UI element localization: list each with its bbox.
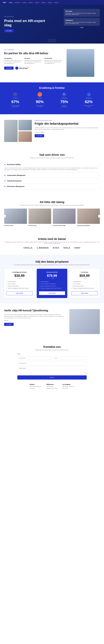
partner-col-1-text: Sample text. Click to select the text bo… [4,60,22,64]
talent-card-2: HR Sourcering [28,208,51,226]
message-input[interactable] [17,366,87,374]
pricing-feature-ent-3: ✓ Erbjuder reglementerade med extra [39,285,65,287]
hero-section: HR Uppdrag Prata med en HR-expert idag L… [0,5,104,44]
pricing-plan-name-basic: Grundläggande HR-plan [6,272,32,273]
nav-item-page2[interactable]: Page 2 [22,1,27,4]
pricing-btn-enterprise[interactable]: VÄLJ PLAN [39,291,65,295]
pricing-price-basic: $39,99 [6,274,32,278]
pricing-feature-ent-2: ✓ Välj 10 Traniningar och extra planer [39,283,65,285]
talent-img-sourcing [28,208,51,224]
benefit-item-pension: 💼 Pension 67% Erbjuder förmånligapension… [4,92,26,107]
accordion-header-1[interactable]: 01. Recruitment Staffing ⌄ [4,162,100,167]
why-content: Varför välja HR-konsult Tjänstföretag Du… [4,309,65,326]
accordion-header-4[interactable]: 04. Performance Management ⌄ [4,184,100,189]
phone-input[interactable] [17,362,87,365]
why-read-more-link[interactable]: Läs mer [4,320,65,321]
benefit-desc-pension: Erbjuder förmånligapensionsplaner [11,105,20,107]
talent-card-label-3: Innovativa HR-lösningar [53,225,76,226]
pricing-feature-pro-3: ✓ Erbjuder reglementerade [72,285,98,287]
accordion: 01. Recruitment Staffing ⌄ Answer: Lorem… [4,162,100,189]
name-input[interactable] [53,356,87,360]
benefit-icon-mentorship: 👥 [86,92,91,97]
why-read-more-button[interactable]: LÄS MER [4,323,14,326]
partner-read-more-button[interactable]: LÄS MER [4,66,14,70]
navbar: logo Home Contact Page 2 Page 3 Page 4 P… [0,0,104,5]
leadership-source-link[interactable]: Simply [41,132,44,133]
carousel-next-arrow[interactable]: › [98,215,101,218]
phone-number: (555) 622-9908 [19,68,28,69]
talent-carousel-wrapper: ‹ Executive Search HR Sourcering Innovat… [4,208,100,226]
hero-cta-button[interactable]: LÄS MER [4,29,14,32]
phone-text: Ring 24 timmar / 7 dagar (555) 622-9908 [19,67,30,69]
nav-item-page4[interactable]: Page 4 [35,1,40,4]
pricing-feature-pro-2: ✓ Välj 7 Traniningar [72,283,98,285]
accordion-chevron-4: ⌄ [99,186,100,187]
nav-item-page5[interactable]: Page 5 [42,1,46,4]
accordion-num-4: 04. [4,186,6,187]
best-text: Paragraph Lorem ipsum dolor sit amet, co… [4,242,100,244]
partner-actions: LÄS MER 📞 Ring 24 timmar / 7 dagar (555)… [4,66,62,70]
pricing-period-enterprise: Pr mig bå [39,278,65,279]
brand-sony: SONY [74,247,80,249]
phone-label: Ring 24 timmar / 7 dagar [19,67,30,68]
hero-next-arrow[interactable]: › [52,39,55,42]
hero-dot-2[interactable] [82,27,82,28]
benefit-icon-training: 📚 [38,92,42,97]
nav-item-page7[interactable]: Page 7 [54,1,58,4]
benefit-desc-recruitment: Rekryterartoppkandidater [61,105,68,107]
partner-image [66,49,100,77]
hero-card-1: Vår styrka Sample text. Click to select … [64,9,100,17]
benefit-percent-pension: 67% [11,100,19,104]
leadership-section: Företagsutveckling Frigör din ledarskaps… [0,114,104,148]
benefit-label-pension: Pension [13,98,17,99]
contact-desc: Några frågor eller kommentarer? Skriv ba… [4,349,100,350]
hero-dot-1[interactable] [80,27,81,28]
accordion-chevron-3: ⌄ [99,180,100,182]
email-label: Email [17,353,87,354]
pricing-feature-basic-2: ✓ Välj 5 Traniningar [6,283,32,285]
benefit-item-mentorship: 👥 Mentorskap 62% Erbjuder mentorskaps-pr… [78,92,100,107]
nav-item-page3[interactable]: Page 3 [29,1,33,4]
office-la: Los Angeles 189 Main St, Mosely, CE54312… [62,384,74,390]
hero-card-2-title: Kompetens [66,20,98,21]
nav-logo: logo [3,2,6,3]
pricing-feature-pro-4: ✓ Erbjuder grundläggande Bortfordrings P… [72,287,98,290]
pricing-feature-basic-1: ✓ HR-Tjänstepaketet [6,280,32,283]
leadership-read-more-button[interactable]: LÄS MER [35,134,44,137]
pricing-price-pro: $59,99 [72,274,98,278]
email-input[interactable] [17,356,51,360]
office-melbourne-address: 144 Collins St,Melbourne VIC 3200 [46,386,57,390]
benefit-label-recruitment: Rekrytering [62,98,67,99]
accordion-header-2[interactable]: 02. Compensation Management ⌄ [4,173,100,178]
leadership-text: Digitrum suspendusse in arcu in nibh mal… [35,127,100,130]
hero-dot-3[interactable] [83,27,84,28]
partner-phone: 📞 Ring 24 timmar / 7 dagar (555) 622-990… [15,66,30,70]
talent-carousel: Executive Search HR Sourcering Innovativ… [4,208,100,226]
nav-links: Home Contact Page 2 Page 3 Page 4 Page 5… [9,1,58,4]
accordion-label-4: Performance Management [7,186,99,187]
nav-item-contact[interactable]: Contact [14,1,20,4]
leadership-content: Företagsutveckling Frigör din ledarskaps… [35,120,100,137]
why-title: Varför välja HR-konsult Tjänstföretag [4,309,65,312]
accordion-header-3[interactable]: 03. Training Development ⌄ [4,178,100,184]
pricing-btn-basic[interactable]: VÄLJ PLAN [6,291,32,295]
best-title: Arbeta med de bästa! [4,237,100,240]
carousel-prev-arrow[interactable]: ‹ [3,215,6,218]
hero-dots [64,27,100,28]
pricing-period-pro: Pr mig bå [72,278,98,279]
accordion-item-1: 01. Recruitment Staffing ⌄ Answer: Lorem… [4,162,100,173]
partner-section: HR-tjänster En partner för alla dina HR-… [0,44,104,82]
pricing-plan-name-enterprise: Enterprise HR-Plan [39,272,65,273]
contact-title: Kontakta oss [4,345,100,348]
pricing-title: Välj den bästa prisplanen [4,260,100,263]
submit-button[interactable]: SKICKA [17,376,87,380]
accordion-item-3: 03. Training Development ⌄ [4,178,100,184]
pricing-feature-basic-4: ✓ Erbjuder grundläggande Bortfordrings P… [6,287,32,290]
hero-prev-arrow[interactable]: ‹ [49,39,52,42]
contact-section: Kontakta oss Några frågor eller kommenta… [0,340,104,395]
nav-item-page6[interactable]: Page 6 [48,1,52,4]
pricing-btn-pro[interactable]: VÄLJ PLAN [72,291,98,295]
benefit-icon-recruitment: 🔍 [62,92,66,97]
accordion-label-2: Compensation Management [7,174,99,176]
nav-item-home[interactable]: Home [9,1,12,4]
